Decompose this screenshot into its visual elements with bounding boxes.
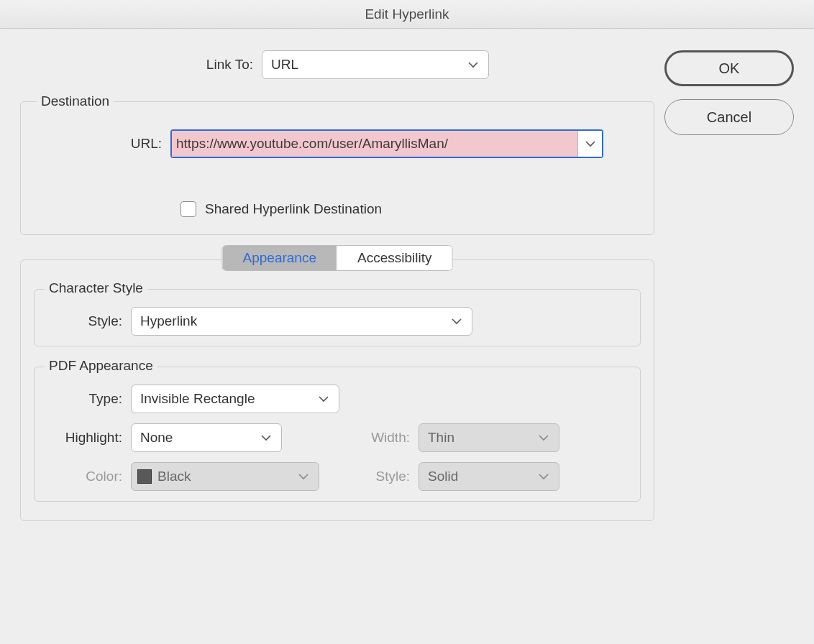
width-select: Thin bbox=[419, 423, 559, 452]
color-select: Black bbox=[131, 462, 319, 491]
width-label: Width: bbox=[332, 430, 419, 446]
appearance-panel: Character Style Style: Hyperlink PDF App… bbox=[20, 259, 654, 521]
color-swatch-icon bbox=[137, 469, 152, 484]
pdf-appearance-legend: PDF Appearance bbox=[45, 358, 157, 374]
character-style-legend: Character Style bbox=[45, 280, 147, 296]
ok-button[interactable]: OK bbox=[664, 50, 794, 86]
tab-appearance[interactable]: Appearance bbox=[223, 246, 337, 270]
url-dropdown-button[interactable] bbox=[577, 131, 602, 157]
window-title: Edit Hyperlink bbox=[0, 0, 814, 29]
pdf-style-value: Solid bbox=[428, 469, 536, 484]
destination-legend: Destination bbox=[37, 93, 114, 109]
character-style-select[interactable]: Hyperlink bbox=[131, 307, 472, 336]
highlight-label: Highlight: bbox=[45, 430, 131, 446]
chevron-down-icon bbox=[258, 430, 274, 446]
url-input[interactable] bbox=[172, 131, 577, 157]
type-select[interactable]: Invisible Rectangle bbox=[131, 385, 339, 413]
type-value: Invisible Rectangle bbox=[140, 391, 316, 407]
highlight-select[interactable]: None bbox=[131, 423, 282, 452]
pdf-style-label: Style: bbox=[332, 469, 419, 484]
tab-accessibility[interactable]: Accessibility bbox=[337, 246, 452, 270]
color-value: Black bbox=[157, 469, 296, 484]
pdf-appearance-group: PDF Appearance Type: Invisible Rectangle bbox=[34, 367, 641, 502]
url-label: URL: bbox=[34, 136, 170, 152]
shared-destination-label: Shared Hyperlink Destination bbox=[205, 201, 382, 217]
url-combobox[interactable] bbox=[170, 129, 603, 158]
chevron-down-icon bbox=[582, 136, 598, 152]
character-style-value: Hyperlink bbox=[140, 313, 449, 329]
chevron-down-icon bbox=[449, 313, 465, 329]
style-label: Style: bbox=[45, 313, 131, 329]
link-to-value: URL bbox=[271, 57, 465, 73]
link-to-select[interactable]: URL bbox=[262, 50, 489, 79]
chevron-down-icon bbox=[296, 469, 311, 484]
cancel-button[interactable]: Cancel bbox=[664, 99, 794, 135]
checkbox-box-icon bbox=[180, 201, 196, 217]
chevron-down-icon bbox=[536, 430, 552, 446]
chevron-down-icon bbox=[536, 469, 552, 484]
character-style-group: Character Style Style: Hyperlink bbox=[34, 289, 641, 346]
width-value: Thin bbox=[428, 430, 536, 446]
destination-group: Destination URL: Shared Hyperlink Destin… bbox=[20, 93, 654, 235]
chevron-down-icon bbox=[316, 391, 331, 407]
type-label: Type: bbox=[45, 391, 131, 407]
highlight-value: None bbox=[140, 430, 258, 446]
color-label: Color: bbox=[45, 469, 131, 484]
pdf-style-select: Solid bbox=[419, 462, 559, 491]
link-to-label: Link To: bbox=[20, 57, 262, 73]
shared-destination-checkbox[interactable]: Shared Hyperlink Destination bbox=[180, 201, 382, 217]
chevron-down-icon bbox=[465, 57, 481, 73]
tabs: Appearance Accessibility bbox=[222, 245, 453, 271]
